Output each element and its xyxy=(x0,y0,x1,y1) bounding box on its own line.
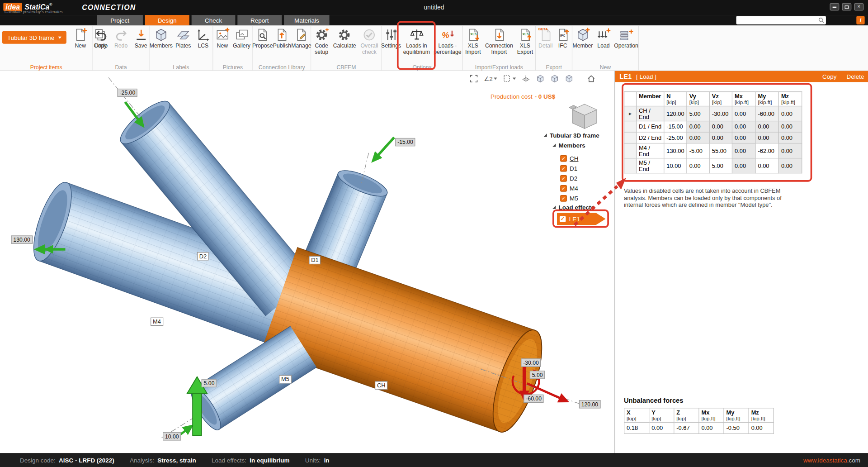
redo-icon xyxy=(114,28,128,42)
loads-percentage-button[interactable]: % Loads - percentage xyxy=(433,27,462,55)
ribbon-tab-row: Project Design Check Report Materials i xyxy=(0,15,868,25)
tree-item-load-effect-le1[interactable]: ✓LE1 xyxy=(557,213,606,225)
tab-design[interactable]: Design xyxy=(145,15,189,25)
copy-load-button[interactable]: Copy xyxy=(822,73,836,80)
n-cell[interactable]: -15.00 xyxy=(664,121,687,132)
vy-cell[interactable]: 5.00 xyxy=(687,106,709,121)
mx-cell: 0.00 xyxy=(732,132,755,143)
tree-node-root[interactable]: Tubular 3D frame xyxy=(543,132,599,138)
tree-node-members[interactable]: Members xyxy=(552,142,585,148)
checkbox-checked-icon[interactable]: ✓ xyxy=(560,216,566,222)
n-cell[interactable]: 10.00 xyxy=(664,158,687,173)
vy-cell: 0.00 xyxy=(687,121,709,132)
tree-item-member-d1[interactable]: ✓D1 xyxy=(560,165,577,172)
calculate-button[interactable]: Calculate xyxy=(333,27,356,49)
main-area: ∠2 Production cost- 0 US$ M4 D2 xyxy=(0,71,868,453)
vy-cell[interactable]: 0.00 xyxy=(687,158,709,173)
new-load-button[interactable]: Load xyxy=(594,27,613,49)
member-cell[interactable]: M4 / End xyxy=(637,143,664,158)
rotate-step-button[interactable]: ∠2 xyxy=(484,75,497,82)
overall-check-button[interactable]: Overall check xyxy=(357,27,381,55)
n-cell[interactable]: 120.00 xyxy=(664,106,687,121)
section-plane-button[interactable] xyxy=(521,74,530,83)
mz-value: 0.00 xyxy=(749,423,774,434)
checkbox-checked-icon[interactable]: ✓ xyxy=(560,155,567,162)
home-view-button[interactable] xyxy=(587,74,596,83)
vy-cell[interactable]: -5.00 xyxy=(687,143,709,158)
gallery-button[interactable]: Gallery xyxy=(232,27,252,49)
plates-labels-button[interactable]: Plates xyxy=(174,27,193,49)
mz-cell: 0.00 xyxy=(778,121,802,132)
redo-button[interactable]: Redo xyxy=(112,27,131,49)
gallery-icon xyxy=(235,28,249,42)
checkbox-checked-icon[interactable]: ✓ xyxy=(560,195,567,202)
connection-import-button[interactable]: Connection Import xyxy=(484,27,515,55)
tab-materials[interactable]: Materials xyxy=(284,15,329,25)
view-wireframe-button[interactable] xyxy=(565,74,574,83)
tree-item-member-m5[interactable]: ✓M5 xyxy=(560,195,578,202)
manage-button[interactable]: Manage xyxy=(292,27,311,49)
vz-cell[interactable]: 55.00 xyxy=(709,143,732,158)
close-button[interactable]: × xyxy=(854,3,863,10)
vz-cell[interactable]: 5.00 xyxy=(709,158,732,173)
members-labels-button[interactable]: Members xyxy=(150,27,173,49)
checkbox-checked-icon[interactable]: ✓ xyxy=(560,175,567,182)
mx-cell: 0.00 xyxy=(732,121,755,132)
member-cell[interactable]: M5 / End xyxy=(637,158,664,173)
selection-mode-button[interactable] xyxy=(503,74,516,83)
new-operation-button[interactable]: Operation xyxy=(614,27,638,49)
my-cell[interactable]: -60.00 xyxy=(755,106,778,121)
delete-load-button[interactable]: Delete xyxy=(846,73,864,80)
code-setup-button[interactable]: Code setup xyxy=(311,27,332,55)
logo-registered-mark: ® xyxy=(49,3,52,7)
search-input[interactable] xyxy=(736,16,826,24)
table-row: D2 / End -25.00 0.00 0.00 0.00 0.00 0.00 xyxy=(624,132,802,143)
vz-cell[interactable]: -30.00 xyxy=(709,106,732,121)
viewport-3d[interactable]: ∠2 Production cost- 0 US$ M4 D2 xyxy=(0,71,614,453)
maximize-button[interactable] xyxy=(842,3,851,10)
my-cell[interactable]: 0.00 xyxy=(755,158,778,173)
publish-button[interactable]: Publish xyxy=(273,27,291,49)
zoom-fit-button[interactable] xyxy=(469,74,478,83)
tab-project[interactable]: Project xyxy=(97,15,143,25)
settings-button[interactable]: Settings xyxy=(382,27,401,49)
project-item-selector[interactable]: Tubular 3D frame xyxy=(2,31,66,44)
xls-export-button[interactable]: XLS XLS Export xyxy=(514,27,536,55)
tab-report[interactable]: Report xyxy=(237,15,282,25)
website-link[interactable]: www.ideastatica.com xyxy=(803,457,860,464)
member-ch-solid[interactable] xyxy=(262,248,552,438)
minimize-button[interactable] xyxy=(830,3,840,10)
n-cell[interactable]: -25.00 xyxy=(664,132,687,143)
view-transparent-button[interactable] xyxy=(550,74,559,83)
scene-3d-canvas[interactable] xyxy=(0,71,614,453)
tree-item-member-m4[interactable]: ✓M4 xyxy=(560,185,578,192)
propose-button[interactable]: Propose xyxy=(253,27,272,49)
new-picture-button[interactable]: New xyxy=(214,27,231,49)
member-cell[interactable]: D2 / End xyxy=(637,132,664,143)
my-cell[interactable]: -62.00 xyxy=(755,143,778,158)
n-cell[interactable]: 130.00 xyxy=(664,143,687,158)
save-button[interactable]: Save xyxy=(132,27,151,49)
checkbox-checked-icon[interactable]: ✓ xyxy=(560,185,567,192)
ifc-export-button[interactable]: IFC IFC xyxy=(554,27,571,49)
tree-node-load-effects[interactable]: Load effects xyxy=(552,204,594,211)
xls-import-button[interactable]: XLS XLS Import xyxy=(462,27,484,55)
checkbox-checked-icon[interactable]: ✓ xyxy=(560,165,567,172)
selected-row-marker[interactable]: ▸ xyxy=(624,106,637,121)
detail-export-button[interactable]: BETA Detail xyxy=(537,27,554,49)
chevron-down-icon xyxy=(513,77,516,80)
lcs-labels-button[interactable]: LCS xyxy=(194,27,213,49)
undo-button[interactable]: Undo xyxy=(92,27,111,49)
new-project-item-button[interactable]: New xyxy=(71,27,90,49)
member-cell[interactable]: D1 / End xyxy=(637,121,664,132)
tab-check[interactable]: Check xyxy=(192,15,236,25)
new-member-button[interactable]: Member xyxy=(572,27,593,49)
orientation-cube[interactable] xyxy=(568,102,601,129)
view-solid-button[interactable] xyxy=(536,74,545,83)
info-button[interactable]: i xyxy=(856,16,864,24)
scales-icon xyxy=(410,28,424,42)
loads-in-equilib-button[interactable]: Loads in equilibrium xyxy=(401,27,433,55)
tree-item-member-ch[interactable]: ✓CH xyxy=(560,155,578,162)
member-cell[interactable]: CH / End xyxy=(637,106,664,121)
tree-item-member-d2[interactable]: ✓D2 xyxy=(560,175,577,182)
